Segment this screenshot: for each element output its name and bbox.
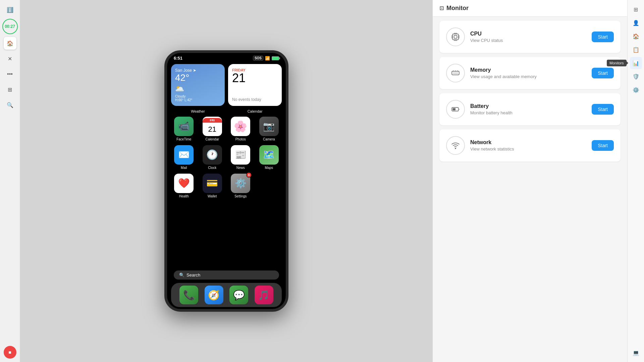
dock-phone[interactable]: 📞 [179, 286, 198, 304]
grid-icon[interactable]: ⊞ [630, 3, 642, 15]
monitor-title: Monitor [446, 5, 469, 12]
calendar-app-icon: FRI 21 [203, 117, 222, 136]
cpu-desc: View CPU status [470, 38, 586, 43]
monitor-card-battery: Battery Monitor battery health Start [439, 93, 621, 125]
app-maps[interactable]: 🗺️ Maps [256, 145, 282, 170]
search-icon-phone: 🔍 [179, 273, 184, 278]
calendar-widget[interactable]: FRIDAY 21 No events today [228, 64, 282, 106]
cpu-icon [446, 27, 465, 46]
status-time: 6:51 [174, 56, 182, 61]
wifi-icon: 📶 [265, 56, 270, 61]
app-facetime-label: FaceTime [176, 137, 191, 141]
network-icon [446, 136, 465, 155]
app-camera-label: Camera [263, 137, 275, 141]
weather-temp: 42° [175, 73, 221, 83]
clock-icon: 🕐 [203, 145, 222, 165]
app-news[interactable]: 📰 News [228, 145, 254, 170]
dock-music[interactable]: 🎵 [255, 286, 273, 304]
camera-icon: 📷 [259, 117, 279, 136]
profile-icon[interactable]: 👤 [630, 17, 642, 29]
network-start-button[interactable]: Start [592, 140, 614, 151]
left-toolbar: ℹ️ 00:27 🏠 ✕ ••• ⊞ 🔍 ■ [0, 0, 20, 362]
memory-title: Memory [470, 67, 586, 73]
app-grid: 📹 FaceTime FRI 21 Calendar [171, 117, 282, 198]
wallet-icon: 💳 [203, 174, 222, 193]
weather-label: Weather [171, 109, 225, 113]
network-title: Network [470, 139, 586, 145]
app-mail-label: Mail [181, 166, 187, 170]
shield-icon[interactable]: 🛡️ [630, 70, 642, 82]
weather-condition-icon: 🌥️ [175, 84, 221, 93]
battery-title: Battery [470, 103, 586, 109]
weather-widget[interactable]: San Jose ➤ 42° 🌥️ Cloudy H:66° L:42° [171, 64, 225, 106]
dock: 📞 🧭 💬 🎵 [171, 283, 282, 307]
app-wallet[interactable]: 💳 Wallet [200, 174, 225, 198]
app-clock-label: Clock [208, 166, 216, 170]
monitor-header: ⊡ Monitor [433, 0, 627, 17]
app-settings-label: Settings [234, 194, 247, 198]
cal-no-events: No events today [232, 97, 278, 102]
search-bar[interactable]: 🔍 Search [174, 270, 279, 280]
phone-screen: 6:51 SOS 📶 San Jose ➤ [167, 53, 286, 309]
memory-start-button[interactable]: Start [592, 68, 614, 78]
weather-detail: Cloudy H:66° L:42° [175, 95, 221, 102]
svg-rect-1 [454, 36, 457, 39]
home-icon[interactable]: 🏠 [4, 37, 16, 50]
search-label: Search [186, 273, 200, 278]
sos-badge: SOS [253, 56, 263, 61]
network-info: Network View network statistics [470, 139, 586, 152]
far-right-bar: ⊞ 👤 🏠 📋 📊 Monitors 🛡️ ⚙️ 💻 [627, 0, 644, 362]
monitor-card-memory: Memory View usage and available memory S… [439, 57, 621, 89]
photos-icon: 🌸 [231, 117, 250, 136]
app-settings[interactable]: ⚙️ 6 Settings [228, 174, 254, 198]
maps-icon: 🗺️ [259, 145, 279, 165]
settings2-icon[interactable]: ⚙️ [630, 84, 642, 96]
health-icon: ❤️ [174, 174, 194, 193]
app-facetime[interactable]: 📹 FaceTime [171, 117, 197, 141]
status-right: SOS 📶 [253, 56, 279, 61]
cpu-info: CPU View CPU status [470, 31, 586, 43]
app-mail[interactable]: ✉️ Mail [171, 145, 197, 170]
app-photos[interactable]: 🌸 Photos [228, 117, 254, 141]
battery-desc: Monitor battery health [470, 110, 586, 115]
dock-safari[interactable]: 🧭 [205, 286, 223, 304]
home2-icon[interactable]: 🏠 [630, 30, 642, 42]
status-bar: 6:51 SOS 📶 [167, 53, 286, 62]
app-news-label: News [236, 166, 245, 170]
app-calendar-label: Calendar [205, 137, 219, 141]
monitor-card-cpu: CPU View CPU status Start [439, 21, 621, 53]
search-icon[interactable]: 🔍 [4, 99, 16, 111]
mail-icon: ✉️ [174, 145, 194, 165]
svg-point-26 [455, 148, 456, 149]
register-icon[interactable]: 📋 [630, 44, 642, 56]
network-desc: View network statistics [470, 146, 586, 152]
battery-monitor-icon [446, 100, 465, 119]
timer-badge[interactable]: 00:27 [2, 19, 18, 34]
info-icon[interactable]: ℹ️ [4, 3, 16, 16]
stop-button[interactable]: ■ [4, 346, 16, 359]
app-photos-label: Photos [235, 137, 246, 141]
bottom-icon[interactable]: 💻 [630, 347, 642, 359]
svg-rect-25 [452, 108, 455, 111]
dock-messages[interactable]: 💬 [229, 286, 248, 304]
cpu-start-button[interactable]: Start [592, 32, 614, 42]
battery-start-button[interactable]: Start [592, 104, 614, 115]
more-icon[interactable]: ••• [4, 68, 16, 80]
widget-row: San Jose ➤ 42° 🌥️ Cloudy H:66° L:42° FRI… [171, 64, 282, 106]
monitor-list: CPU View CPU status Start Memory View us… [433, 17, 627, 362]
monitor-header-icon: ⊡ [439, 5, 444, 11]
app-calendar[interactable]: FRI 21 Calendar [200, 117, 225, 141]
close-icon[interactable]: ✕ [4, 52, 16, 65]
facetime-icon: 📹 [174, 117, 194, 136]
cal-date: 21 [232, 72, 278, 84]
cpu-title: CPU [470, 31, 586, 37]
battery-icon [272, 56, 279, 60]
monitors-icon[interactable]: 📊 Monitors [630, 57, 642, 69]
home-content: San Jose ➤ 42° 🌥️ Cloudy H:66° L:42° FRI… [167, 62, 286, 269]
app-clock[interactable]: 🕐 Clock [200, 145, 225, 170]
app-camera[interactable]: 📷 Camera [256, 117, 282, 141]
app-health[interactable]: ❤️ Health [171, 174, 197, 198]
layers-icon[interactable]: ⊞ [4, 83, 16, 96]
news-icon: 📰 [231, 145, 250, 165]
battery-info: Battery Monitor battery health [470, 103, 586, 115]
